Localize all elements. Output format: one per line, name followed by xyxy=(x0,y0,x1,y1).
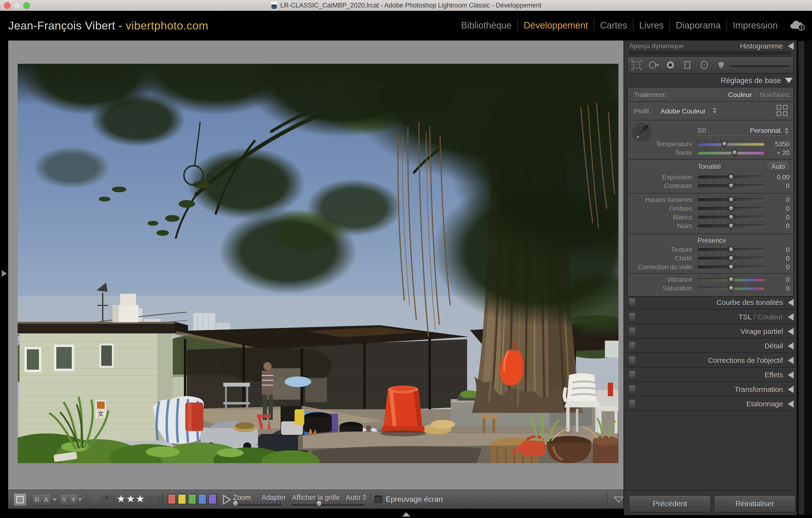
panel-header-row[interactable]: Détail xyxy=(624,340,796,352)
close-window-button[interactable] xyxy=(4,2,11,9)
slider[interactable] xyxy=(698,264,764,270)
profile-value[interactable]: Adobe Couleur xyxy=(661,108,706,115)
toolbar-options-dropdown-icon[interactable] xyxy=(613,496,624,504)
panel-header-row[interactable]: Etalonnage xyxy=(624,398,796,409)
before-after-lr-button[interactable]: RA xyxy=(32,494,51,506)
slider-value: 0 xyxy=(760,205,789,213)
left-panel-reveal-arrow[interactable] xyxy=(2,270,7,277)
before-after-tb-button[interactable]: YY xyxy=(59,494,78,506)
panel-groove xyxy=(624,366,796,369)
pick-flag-icon[interactable] xyxy=(92,494,100,506)
panel-groove xyxy=(624,380,796,384)
spot-removal-icon[interactable] xyxy=(648,59,659,70)
module-tab[interactable]: Impression xyxy=(726,19,783,32)
panel-enable-toggle[interactable] xyxy=(629,298,636,307)
soft-proof-label[interactable]: Epreuvage écran xyxy=(386,495,443,504)
panel-header-row[interactable]: Transformation xyxy=(624,384,796,395)
star-icon[interactable]: ★ xyxy=(136,494,145,504)
module-tab[interactable]: Développement xyxy=(517,19,594,32)
slider[interactable] xyxy=(698,205,764,212)
reject-flag-icon[interactable] xyxy=(102,494,111,506)
grid-size-slider[interactable] xyxy=(292,502,364,507)
slider[interactable] xyxy=(698,255,764,262)
red-eye-correction-icon[interactable] xyxy=(665,59,676,70)
treatment-color-option[interactable]: Couleur xyxy=(728,91,752,99)
wb-preset-value[interactable]: Personnal. xyxy=(750,127,782,134)
module-tab[interactable]: Bibliothèque xyxy=(455,19,517,32)
module-tab[interactable]: Cartes xyxy=(594,19,633,32)
panel-enable-toggle[interactable] xyxy=(629,356,636,365)
panel-enable-toggle[interactable] xyxy=(629,400,636,408)
slider-track[interactable] xyxy=(698,151,764,154)
slider[interactable] xyxy=(698,141,764,147)
color-label-chip[interactable] xyxy=(168,494,176,504)
zoom-slider[interactable] xyxy=(233,502,282,507)
develop-right-panel: Aperçu dynamique Histogramme xyxy=(624,40,796,515)
panel-enable-toggle[interactable] xyxy=(629,385,636,394)
histogram-panel-header[interactable]: Aperçu dynamique Histogramme xyxy=(624,41,796,51)
basic-panel-header[interactable]: Réglages de base xyxy=(624,75,796,86)
photo-canvas[interactable]: 女 xyxy=(18,64,618,463)
slider[interactable] xyxy=(698,149,764,156)
reset-button[interactable]: Réinitialiser xyxy=(714,495,795,513)
panel-enable-toggle[interactable] xyxy=(629,327,636,336)
toolbar-divider xyxy=(163,493,163,506)
slider[interactable] xyxy=(698,285,764,292)
adjustment-brush-icon[interactable] xyxy=(716,59,727,70)
color-label-chips[interactable] xyxy=(168,494,216,504)
catalog-document-icon: Lrc xyxy=(271,1,278,9)
color-label-chip[interactable] xyxy=(198,494,206,504)
loupe-view-button[interactable] xyxy=(13,493,27,506)
wb-stepper-icon[interactable] xyxy=(784,128,788,134)
slider[interactable] xyxy=(698,214,764,221)
panel-header-row[interactable]: Corrections de l'objectif xyxy=(624,355,796,366)
soft-proof-checkbox[interactable] xyxy=(374,495,382,503)
slider-thumb[interactable] xyxy=(727,173,735,181)
panel-header-row[interactable]: Courbe des tonalités xyxy=(624,297,796,308)
slider-track[interactable] xyxy=(698,143,764,146)
footer-divider xyxy=(625,490,796,491)
star-icon[interactable]: ★ xyxy=(116,494,126,504)
play-slideshow-icon[interactable] xyxy=(222,494,232,506)
color-label-chip[interactable] xyxy=(208,494,216,504)
slider[interactable] xyxy=(698,182,764,189)
grid-mode-stepper-icon[interactable] xyxy=(362,494,366,500)
before-after-lr-dropdown[interactable] xyxy=(53,498,57,501)
slider[interactable] xyxy=(698,222,764,229)
sync-cloud-alert-icon[interactable] xyxy=(790,20,806,32)
graduated-filter-icon[interactable] xyxy=(682,59,693,70)
before-after-tb-dropdown[interactable] xyxy=(78,498,82,501)
zoom-window-button[interactable] xyxy=(23,2,30,9)
slider[interactable] xyxy=(698,196,764,203)
module-tab[interactable]: Diaporama xyxy=(669,19,726,32)
previous-button[interactable]: Précédent xyxy=(629,495,711,513)
panel-header-row[interactable]: Virage partiel xyxy=(624,326,796,337)
radial-filter-icon[interactable] xyxy=(699,59,710,70)
slider[interactable] xyxy=(698,174,764,181)
panel-enable-toggle[interactable] xyxy=(629,342,636,350)
star-icon[interactable]: ★ xyxy=(126,494,135,504)
auto-tone-button[interactable]: Auto xyxy=(766,161,790,172)
profile-browser-grid-icon[interactable] xyxy=(777,105,788,116)
color-label-chip[interactable] xyxy=(188,494,196,504)
crop-overlay-icon[interactable] xyxy=(631,59,642,70)
panel-header-row[interactable]: Effets xyxy=(624,369,796,380)
color-label-chip[interactable] xyxy=(178,494,186,504)
star-rating[interactable]: ★★★★★ xyxy=(116,494,164,504)
grid-overlay-value[interactable]: Auto xyxy=(346,494,360,501)
treatment-bw-option[interactable]: Noir/blanc xyxy=(755,91,790,99)
slider[interactable] xyxy=(698,276,764,283)
star-icon[interactable]: ★ xyxy=(145,494,154,504)
panel-header-row[interactable]: TSL / Couleur xyxy=(624,311,796,323)
module-tab[interactable]: Livres xyxy=(633,19,669,32)
minimize-window-button[interactable] xyxy=(13,2,20,9)
slider[interactable] xyxy=(698,246,764,253)
section-divider xyxy=(629,193,792,194)
panel-enable-toggle[interactable] xyxy=(629,371,636,379)
panel-enable-toggle[interactable] xyxy=(629,313,636,321)
profile-stepper-icon[interactable] xyxy=(712,107,717,114)
filmstrip-reveal-arrow[interactable] xyxy=(402,512,410,517)
fit-label[interactable]: Adapter xyxy=(261,494,286,501)
panel-scrollbar[interactable] xyxy=(799,41,805,515)
star-icon[interactable]: ★ xyxy=(155,494,164,504)
